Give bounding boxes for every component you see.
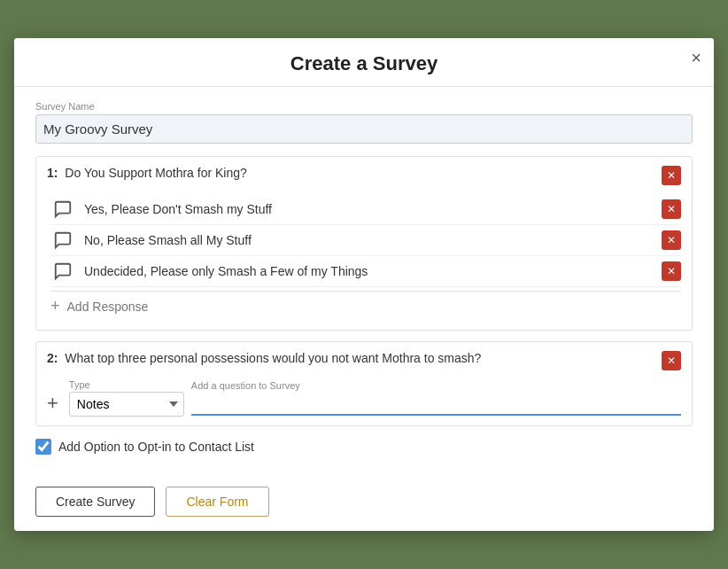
survey-name-input[interactable] — [35, 114, 693, 144]
chat-icon-1 — [50, 199, 75, 219]
delete-response-icon-1-1: ✕ — [667, 203, 676, 215]
delete-response-1-3-button[interactable]: ✕ — [662, 261, 681, 281]
question-text-2: 2: What top three personal possessions w… — [47, 351, 654, 365]
add-question-input[interactable] — [191, 393, 681, 416]
type-label: Type — [69, 379, 184, 390]
question-number-2: 2: — [47, 351, 58, 365]
question-content-2: What top three personal possessions woul… — [65, 351, 481, 365]
delete-response-icon-1-2: ✕ — [667, 234, 676, 246]
chat-icon-2 — [50, 230, 75, 250]
delete-question-2-button[interactable]: ✕ — [662, 351, 681, 370]
add-question-label: Add a question to Survey — [191, 380, 681, 391]
close-button[interactable]: × — [691, 49, 701, 66]
response-item-2: No, Please Smash all My Stuff ✕ — [50, 225, 681, 256]
opt-in-label: Add Option to Opt-in to Contact List — [58, 440, 254, 454]
question-text-1: 1: Do You Support Mothra for King? — [47, 166, 654, 180]
response-text-1-3: Undecided, Please only Smash a Few of my… — [84, 264, 654, 278]
type-select[interactable]: Notes Multiple Choice Text Rating — [69, 392, 184, 417]
questions-container: 1: Do You Support Mothra for King? ✕ — [35, 156, 693, 426]
response-item-3: Undecided, Please only Smash a Few of my… — [50, 256, 681, 287]
delete-response-icon-1-3: ✕ — [667, 265, 676, 277]
question-block-2: 2: What top three personal possessions w… — [35, 341, 693, 426]
delete-icon-2: ✕ — [667, 355, 676, 367]
survey-modal: Create a Survey × Survey Name 1: Do You … — [14, 38, 714, 531]
modal-footer: Create Survey Clear Form — [14, 478, 714, 531]
add-response-icon[interactable]: + — [50, 297, 60, 316]
response-item-1: Yes, Please Don't Smash my Stuff ✕ — [50, 194, 681, 225]
opt-in-row: Add Option to Opt-in to Contact List — [35, 439, 693, 455]
create-survey-button[interactable]: Create Survey — [35, 487, 155, 517]
question-block-1: 1: Do You Support Mothra for King? ✕ — [35, 156, 693, 331]
question-row-1: 1: Do You Support Mothra for King? ✕ — [47, 166, 681, 185]
question-number-1: 1: — [47, 166, 58, 180]
responses-list-1: Yes, Please Don't Smash my Stuff ✕ No, P… — [47, 194, 681, 321]
modal-body: Survey Name 1: Do You Support Mothra for… — [14, 87, 714, 478]
question-content-1: Do You Support Mothra for King? — [65, 166, 246, 180]
question-row-2: 2: What top three personal possessions w… — [47, 351, 681, 370]
chat-icon-3 — [50, 261, 75, 281]
opt-in-checkbox[interactable] — [35, 439, 51, 455]
clear-form-button[interactable]: Clear Form — [166, 487, 268, 517]
survey-name-group: Survey Name — [35, 101, 693, 144]
add-question-plus-icon[interactable]: + — [47, 392, 58, 417]
response-text-1-2: No, Please Smash all My Stuff — [84, 233, 654, 247]
response-text-1-1: Yes, Please Don't Smash my Stuff — [84, 202, 654, 216]
type-section: + Type Notes Multiple Choice Text Rating — [47, 379, 681, 417]
delete-response-1-1-button[interactable]: ✕ — [662, 199, 681, 219]
modal-title: Create a Survey — [290, 52, 438, 74]
type-select-wrapper: Type Notes Multiple Choice Text Rating — [69, 379, 184, 417]
delete-question-1-button[interactable]: ✕ — [662, 166, 681, 185]
add-response-row: + — [50, 291, 681, 321]
delete-response-1-2-button[interactable]: ✕ — [662, 230, 681, 250]
modal-header: Create a Survey × — [14, 38, 714, 87]
add-question-wrapper: Add a question to Survey — [191, 380, 681, 416]
modal-overlay: Create a Survey × Survey Name 1: Do You … — [0, 0, 728, 569]
add-response-input[interactable] — [67, 300, 681, 314]
survey-name-label: Survey Name — [35, 101, 693, 112]
delete-icon-1: ✕ — [667, 169, 676, 182]
